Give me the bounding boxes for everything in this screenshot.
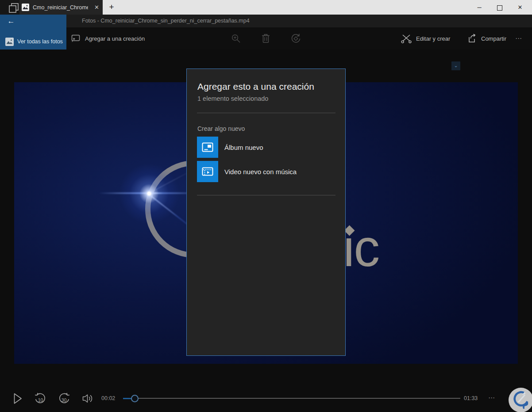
rewind-10-label: 10 <box>38 397 43 403</box>
video-music-icon <box>197 161 218 182</box>
dialog-divider <box>197 113 335 113</box>
photos-app-window: Cmo_reiniciar_Chrome_ ✕ + ─ ✕ Fotos - Cm… <box>0 0 532 412</box>
current-time: 00:02 <box>101 395 115 401</box>
rewind-10-button[interactable]: 10 <box>34 392 47 405</box>
add-to-creation-dialog: Agregar esto a una creación 1 elemento s… <box>186 69 346 356</box>
edit-create-button[interactable]: Editar y crear <box>401 34 450 44</box>
add-to-creation-button[interactable]: Agregar a una creación <box>71 34 145 43</box>
delete-icon[interactable] <box>261 33 270 44</box>
edit-create-chevron-icon[interactable]: ⌄ <box>451 61 460 70</box>
see-more-button[interactable]: ⋯ <box>515 34 523 42</box>
add-to-creation-icon <box>71 34 81 43</box>
nav-panel: ← Ver todas las fotos <box>0 15 66 50</box>
toolbar: Agregar a una creación E <box>0 27 532 50</box>
photo-collection-icon <box>5 38 14 46</box>
view-all-photos-label: Ver todas las fotos <box>17 38 63 45</box>
tab-strip: Cmo_reiniciar_Chrome_ ✕ <box>0 0 103 15</box>
app-title: Fotos - Cmo_reiniciar_Chrome_sin_perder_… <box>82 15 250 27</box>
more-options-button[interactable]: ⋯ <box>488 394 496 402</box>
new-video-music-label: Video nuevo con música <box>224 168 297 175</box>
player-bar: 10 30 00:02 01:33 ⋯ <box>0 384 532 412</box>
window-caption-bar: Cmo_reiniciar_Chrome_ ✕ + ─ ✕ <box>0 0 532 15</box>
tab-close-icon[interactable]: ✕ <box>94 4 99 11</box>
album-icon <box>197 137 218 158</box>
rotate-icon[interactable] <box>290 33 301 44</box>
edit-create-label: Editar y crear <box>416 35 450 42</box>
new-album-label: Álbum nuevo <box>224 144 263 151</box>
minimize-button[interactable]: ─ <box>469 0 490 15</box>
maximize-icon <box>497 5 502 11</box>
photos-app-icon <box>22 4 29 11</box>
app-title-bar: Fotos - Cmo_reiniciar_Chrome_sin_perder_… <box>0 15 532 27</box>
dialog-subtitle: 1 elemento seleccionado <box>197 95 268 102</box>
stacked-windows-icon[interactable] <box>8 3 20 13</box>
share-icon <box>466 33 477 44</box>
volume-button[interactable] <box>82 393 94 404</box>
dialog-section-label: Crear algo nuevo <box>197 125 245 132</box>
edit-create-icon <box>401 34 412 44</box>
dialog-divider <box>197 195 335 195</box>
seek-bar-thumb[interactable] <box>131 395 139 402</box>
seek-bar[interactable] <box>123 398 460 399</box>
tab-title: Cmo_reiniciar_Chrome_ <box>33 4 88 11</box>
new-video-music-item[interactable]: Video nuevo con música <box>197 161 336 182</box>
lens-flare <box>118 163 180 225</box>
seek-bar-played <box>123 398 131 399</box>
total-time: 01:33 <box>464 395 478 401</box>
new-album-item[interactable]: Álbum nuevo <box>197 137 336 158</box>
close-window-button[interactable]: ✕ <box>510 0 530 15</box>
share-label: Compartir <box>481 35 506 42</box>
dialog-title: Agregar esto a una creación <box>197 81 314 92</box>
zoom-icon[interactable] <box>231 34 241 44</box>
view-all-photos-button[interactable]: Ver todas las fotos <box>0 34 66 50</box>
add-to-creation-label: Agregar a una creación <box>85 35 145 42</box>
forward-30-label: 30 <box>62 397 67 403</box>
new-tab-button[interactable]: + <box>104 0 119 15</box>
help-bubble-watermark <box>508 387 532 412</box>
play-button[interactable] <box>13 393 23 404</box>
tab-cmo-reiniciar-chrome[interactable]: Cmo_reiniciar_Chrome_ ✕ <box>19 0 103 15</box>
back-button[interactable]: ← <box>5 15 17 27</box>
forward-30-button[interactable]: 30 <box>57 392 71 405</box>
share-button[interactable]: Compartir <box>466 33 506 44</box>
